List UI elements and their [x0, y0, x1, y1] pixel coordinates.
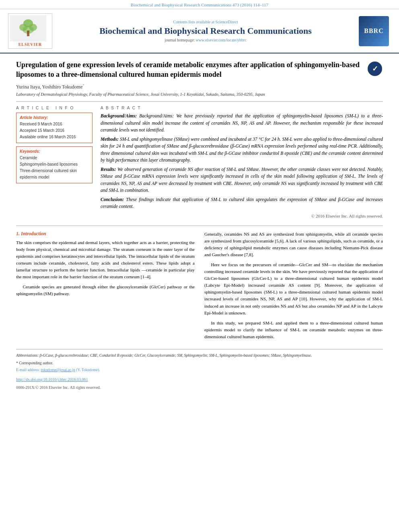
bbrc-logo-section: BBRC: [359, 16, 391, 46]
elsevier-logo-box: ELSEVIER: [8, 13, 52, 49]
sciencedirect-text: Contents lists available at ScienceDirec…: [56, 20, 355, 24]
right-column: A B S T R A C T Background/Aims: Backgro…: [101, 106, 383, 219]
authors: Yurina Itaya, Yoshihiro Tokudome*: [16, 84, 383, 90]
article-content: Upregulation of gene expression levels o…: [0, 53, 399, 399]
elsevier-label: ELSEVIER: [10, 42, 50, 47]
journal-homepage: journal homepage: www.elsevier.com/locat…: [56, 38, 355, 42]
body-right: Generally, ceramides NS and AS are synth…: [204, 231, 383, 343]
abstract-methods: Methods: SM-L and sphingomyelinase (SMas…: [101, 136, 383, 164]
divider-1: [16, 101, 383, 102]
article-title: Upregulation of gene expression levels o…: [16, 60, 364, 80]
left-column: A R T I C L E I N F O Article history: R…: [16, 106, 93, 219]
svg-rect-4: [27, 31, 29, 36]
keywords-box: Keywords: Ceramide Sphingomyelin-based l…: [16, 146, 93, 183]
affiliation: Laboratory of Dermatological Physiology,…: [16, 92, 383, 98]
abstract-text: Background/Aims: Background/Aims: We hav…: [101, 113, 383, 219]
body-two-col: 1. Introduction The skin comprises the e…: [16, 231, 383, 343]
email-link[interactable]: tokudome@josai.ac.jp: [41, 368, 75, 372]
intro-para-2: Ceramide species are generated through e…: [16, 283, 195, 297]
crossmark-icon: ✓: [368, 62, 382, 76]
abbreviations-text: Abbreviations: β-GCase, β-glucocerebrosi…: [16, 353, 383, 359]
keywords-heading: Keywords:: [20, 149, 89, 154]
elsevier-logo-section: ELSEVIER: [8, 13, 52, 49]
corresponding-author: * Corresponding author.: [16, 360, 383, 366]
issn-line: 0006-291X/© 2016 Elsevier Inc. All right…: [16, 384, 383, 391]
body-text-left: The skin comprises the epidermal and der…: [16, 239, 195, 297]
methods-label: Methods:: [101, 137, 120, 142]
journal-citation: Biochemical and Biophysical Research Com…: [131, 2, 268, 7]
intro-para-1: The skin comprises the epidermal and der…: [16, 239, 195, 280]
received-date: Received 9 March 2016: [20, 121, 89, 127]
article-meta-section: A R T I C L E I N F O Article history: R…: [16, 106, 383, 219]
article-info-label: A R T I C L E I N F O: [16, 106, 93, 110]
right-para-1: Generally, ceramides NS and AS are synth…: [204, 231, 383, 258]
right-para-3: In this study, we prepared SM-L and appl…: [204, 320, 383, 340]
doi-link[interactable]: http://dx.doi.org/10.1016/j.bbrc.2016.03…: [16, 376, 383, 383]
article-title-section: Upregulation of gene expression levels o…: [16, 60, 383, 80]
footnote-section: Abbreviations: β-GCase, β-glucocerebrosi…: [16, 349, 383, 391]
body-text-right: Generally, ceramides NS and AS are synth…: [204, 231, 383, 340]
abstract-results: Results: We observed generation of ceram…: [101, 166, 383, 194]
accepted-date: Accepted 15 March 2016: [20, 127, 89, 134]
keyword-3: Three-dimensional cultured skin epidermi…: [20, 168, 89, 181]
journal-header-center: Contents lists available at ScienceDirec…: [56, 20, 355, 42]
body-section: 1. Introduction The skin comprises the e…: [16, 226, 383, 391]
right-para-2: Here we focus on the precursors of ceram…: [204, 261, 383, 316]
article-history-heading: Article history:: [20, 115, 89, 120]
abstract-label: A B S T R A C T: [101, 106, 383, 110]
top-bar: Biochemical and Biophysical Research Com…: [0, 0, 399, 9]
section-1-title: 1. Introduction: [16, 231, 195, 237]
crossmark-logo: ✓: [368, 62, 383, 77]
copyright-line: © 2016 Elsevier Inc. All rights reserved…: [101, 213, 383, 220]
keyword-1: Ceramide: [20, 155, 89, 161]
email-line: E-mail address: tokudome@josai.ac.jp (Y.…: [16, 367, 383, 373]
journal-title: Biochemical and Biophysical Research Com…: [56, 26, 355, 36]
keyword-2: Sphingomyelin-based liposomes: [20, 161, 89, 168]
homepage-link[interactable]: www.elsevier.com/locate/ybbrc: [196, 38, 247, 42]
abstract-conclusion: Conclusion: These findings indicate that…: [101, 196, 383, 210]
article-history-box: Article history: Received 9 March 2016 A…: [16, 113, 93, 143]
available-date: Available online 16 March 2016: [20, 134, 89, 140]
abstract-background: Background/Aims: Background/Aims: We hav…: [101, 113, 383, 134]
elsevier-logo-img: [10, 15, 46, 41]
elsevier-tree-icon: [16, 18, 40, 39]
journal-header: ELSEVIER Contents lists available at Sci…: [0, 9, 399, 53]
body-left: 1. Introduction The skin comprises the e…: [16, 231, 195, 343]
background-label: Background/Aims:: [101, 113, 139, 118]
results-label: Results:: [101, 167, 117, 172]
bbrc-logo: BBRC: [359, 16, 389, 46]
conclusion-label: Conclusion:: [101, 197, 126, 202]
